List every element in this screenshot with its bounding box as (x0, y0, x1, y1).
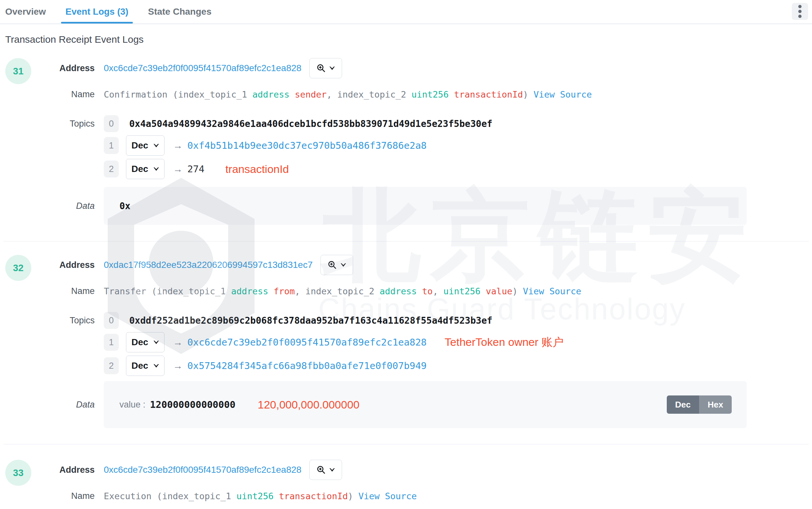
topic-index-badge: 2 (104, 161, 119, 177)
data-label: Data (0, 201, 95, 211)
event-signature: Transfer (index_topic_1 address from, in… (104, 286, 581, 296)
log-entry: 32 Address 0xdac17f958d2ee523a2206206994… (0, 255, 812, 438)
data-value-label: value : (104, 400, 145, 410)
topics-label: Topics (0, 315, 95, 326)
data-box: value : 120000000000000 120,000,000.0000… (104, 381, 747, 428)
annotation-transaction-id: transactionId (225, 163, 289, 175)
magnifier-plus-icon (316, 63, 326, 73)
magnifier-plus-icon (327, 260, 337, 270)
annotation-tether-owner: TetherToken owner 账户 (444, 335, 564, 350)
zoom-address-button[interactable] (309, 460, 342, 480)
chevron-down-icon (329, 468, 335, 472)
arrow-right-icon: → (173, 164, 183, 175)
view-source-link[interactable]: View Source (534, 90, 592, 100)
tab-bar: Overview Event Logs (3) State Changes (0, 0, 812, 24)
tab-event-logs[interactable]: Event Logs (3) (66, 0, 129, 24)
topic-value-link[interactable]: 0xc6cde7c39eb2f0f0095f41570af89efc2c1ea8… (187, 337, 427, 348)
topic-format-dropdown[interactable]: Dec (126, 332, 165, 352)
tab-state-changes[interactable]: State Changes (148, 0, 211, 24)
topic-value: 274 (187, 164, 204, 175)
section-divider (3, 241, 809, 241)
topic-hash: 0x4a504a94899432a9846e1aa406dceb1bcfd538… (129, 118, 493, 129)
annotation-formatted-value: 120,000,000.000000 (258, 398, 359, 411)
tab-overview[interactable]: Overview (5, 0, 46, 24)
name-label: Name (0, 90, 95, 100)
topic-value-link[interactable]: 0x5754284f345afc66a98fbb0a0afe71e0f007b9… (187, 360, 427, 371)
event-logs-page: 北京链安 Chains Guard Technology Overview Ev… (0, 0, 812, 509)
address-label: Address (0, 63, 95, 73)
address-link[interactable]: 0xc6cde7c39eb2f0f0095f41570af89efc2c1ea8… (104, 63, 302, 73)
topic-index-badge: 0 (104, 312, 119, 329)
name-label: Name (0, 286, 95, 296)
log-entry: 31 Address 0xc6cde7c39eb2f0f0095f41570af… (0, 58, 812, 241)
topic-index-badge: 2 (104, 357, 119, 374)
chevron-down-icon (329, 67, 335, 70)
address-link[interactable]: 0xdac17f958d2ee523a2206206994597c13d831e… (104, 260, 313, 270)
dec-hex-toggle: Dec Hex (667, 396, 732, 414)
hex-toggle-button[interactable]: Hex (699, 396, 732, 414)
topics-label: Topics (0, 119, 95, 129)
dec-toggle-button[interactable]: Dec (667, 396, 700, 414)
data-value: 120000000000000 (150, 399, 236, 410)
zoom-address-button[interactable] (309, 58, 342, 78)
arrow-right-icon: → (173, 337, 183, 348)
topic-format-dropdown[interactable]: Dec (126, 159, 165, 179)
address-label: Address (0, 465, 95, 475)
address-link[interactable]: 0xc6cde7c39eb2f0f0095f41570af89efc2c1ea8… (104, 465, 302, 475)
kebab-menu-icon[interactable] (792, 3, 808, 20)
zoom-address-button[interactable] (320, 255, 353, 275)
topic-format-dropdown[interactable]: Dec (126, 355, 165, 376)
chevron-down-icon (154, 167, 159, 171)
magnifier-plus-icon (316, 465, 326, 475)
data-box: 0x (104, 187, 747, 225)
view-source-link[interactable]: View Source (358, 491, 417, 501)
data-label: Data (0, 400, 95, 410)
topic-index-badge: 1 (104, 137, 119, 154)
chevron-down-icon (154, 341, 159, 344)
topic-value-link[interactable]: 0xf4b51b14b9ee30dc37ec970b50a486f37686e2… (187, 140, 427, 151)
chevron-down-icon (340, 263, 346, 267)
chevron-down-icon (154, 364, 159, 368)
topic-index-badge: 1 (104, 334, 119, 351)
topic-hash: 0xddf252ad1be2c89b69c2b068fc378daa952ba7… (129, 315, 493, 326)
address-label: Address (0, 260, 95, 270)
arrow-right-icon: → (173, 140, 183, 151)
event-signature: Execution (index_topic_1 uint256 transac… (104, 491, 417, 501)
data-content: 0x (104, 201, 131, 211)
section-divider (3, 444, 809, 444)
event-signature: Confirmation (index_topic_1 address send… (104, 90, 592, 100)
page-title: Transaction Receipt Event Logs (5, 34, 144, 45)
chevron-down-icon (154, 144, 159, 147)
topic-index-badge: 0 (104, 115, 119, 132)
log-entry: 33 Address 0xc6cde7c39eb2f0f0095f41570af… (0, 460, 812, 509)
view-source-link[interactable]: View Source (523, 286, 581, 296)
arrow-right-icon: → (173, 360, 183, 371)
name-label: Name (0, 491, 95, 501)
topic-format-dropdown[interactable]: Dec (126, 135, 165, 156)
